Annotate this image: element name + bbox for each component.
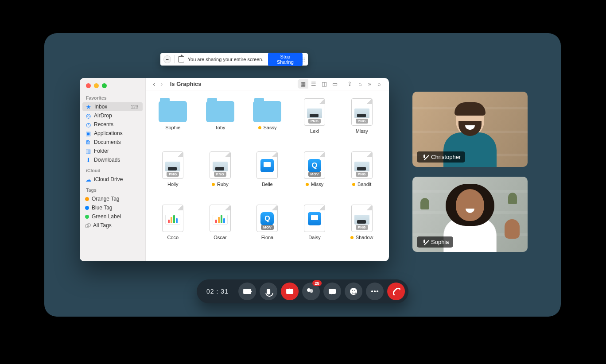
- file-name: Daisy: [308, 235, 321, 240]
- file-item[interactable]: PNGShadow: [338, 205, 385, 258]
- file-name: Toby: [215, 125, 225, 130]
- window-title: Is Graphics: [170, 81, 202, 87]
- file-icon: [256, 151, 278, 179]
- mic-muted-icon: [421, 154, 427, 160]
- screen-share-toolbar: − You are sharing your entire screen. St…: [160, 53, 308, 66]
- file-name: Sassy: [264, 125, 277, 130]
- share-screen-icon: [178, 56, 184, 62]
- file-name: Oscar: [214, 235, 226, 240]
- search-button[interactable]: ⌕: [375, 79, 384, 89]
- sidebar-tag-all[interactable]: All Tags: [80, 221, 145, 230]
- sidebar-item-downloads[interactable]: ⬇ Downloads: [80, 155, 145, 164]
- file-name-row: Oscar: [214, 235, 226, 240]
- share-screen-button[interactable]: [281, 283, 299, 300]
- file-item[interactable]: PNGLexi: [291, 98, 338, 151]
- close-window-button[interactable]: [86, 83, 91, 88]
- view-mode-segment: ▦ ☰ ◫ ▭: [298, 79, 340, 89]
- file-name-row: Toby: [215, 125, 225, 130]
- mic-muted-icon: [421, 239, 427, 245]
- view-list-button[interactable]: ☰: [308, 79, 319, 89]
- more-button[interactable]: »: [365, 79, 374, 89]
- file-item[interactable]: PNGRuby: [197, 151, 244, 205]
- sidebar-item-applications[interactable]: ▣ Applications: [80, 129, 145, 138]
- participant-tile[interactable]: Sophia: [412, 177, 528, 252]
- reactions-button[interactable]: [345, 283, 362, 300]
- tag-button[interactable]: ⌂: [356, 79, 365, 89]
- folder-icon: [206, 101, 234, 122]
- folder-icon: [159, 101, 187, 122]
- finder-file-grid: SophieTobySassyPNGLexiPNGMissyPNGHollyPN…: [146, 90, 389, 261]
- participants-button[interactable]: 25: [302, 283, 320, 300]
- file-name-row: Bandit: [352, 182, 371, 187]
- camera-button[interactable]: [238, 283, 256, 300]
- file-name-row: Coco: [167, 235, 179, 240]
- finder-window: Favorites ★ Inbox 123 ◎ AirDrop ◷ Recent…: [80, 78, 389, 261]
- chat-icon: [329, 289, 336, 294]
- finder-toolbar: ‹ › Is Graphics ▦ ☰ ◫ ▭ ⇪ ⌂ » ⌕: [146, 78, 389, 90]
- download-icon: ⬇: [85, 157, 91, 163]
- sidebar-tag-orange[interactable]: Orange Tag: [80, 194, 145, 203]
- file-name-row: Lexi: [310, 128, 319, 134]
- collapse-button[interactable]: −: [163, 55, 171, 63]
- file-name: Missy: [356, 128, 368, 134]
- tag-dot-icon: [212, 183, 215, 186]
- file-item[interactable]: Toby: [197, 98, 244, 151]
- file-item[interactable]: Oscar: [197, 205, 244, 258]
- hang-up-button[interactable]: [387, 283, 405, 300]
- sidebar-item-label: Blue Tag: [92, 205, 112, 211]
- view-column-button[interactable]: ◫: [319, 79, 330, 89]
- sidebar-item-label: All Tags: [93, 222, 112, 228]
- chat-button[interactable]: [323, 283, 341, 300]
- sidebar-item-label: Applications: [94, 130, 123, 136]
- divider: [174, 55, 175, 63]
- file-item[interactable]: PNGHolly: [149, 151, 197, 205]
- sidebar-item-airdrop[interactable]: ◎ AirDrop: [80, 111, 145, 120]
- file-item[interactable]: QMOVMissy: [291, 151, 338, 205]
- file-icon: [210, 205, 231, 232]
- file-item[interactable]: Sassy: [244, 98, 291, 151]
- sidebar-item-inbox[interactable]: ★ Inbox 123: [82, 102, 143, 111]
- file-item[interactable]: PNGBandit: [338, 151, 385, 205]
- file-name: Missy: [311, 182, 323, 187]
- file-icon: PNG: [210, 151, 231, 179]
- back-button[interactable]: ‹: [151, 80, 157, 89]
- file-name-row: Ruby: [212, 182, 229, 187]
- file-icon: [304, 205, 325, 232]
- sidebar-item-label: iCloud Drive: [94, 176, 123, 182]
- file-item[interactable]: PNGMissy: [338, 98, 385, 151]
- tag-all-icon: [85, 223, 90, 228]
- sidebar-item-documents[interactable]: 🗎 Documents: [80, 138, 145, 147]
- file-name-row: Sophie: [165, 125, 180, 130]
- drag-handle-icon[interactable]: [303, 58, 308, 62]
- file-item[interactable]: QMOVFiona: [244, 205, 291, 258]
- minimize-window-button[interactable]: [94, 83, 99, 88]
- view-gallery-button[interactable]: ▭: [330, 79, 340, 89]
- sidebar-item-folder[interactable]: ▥ Folder: [80, 147, 145, 155]
- sidebar-item-icloud-drive[interactable]: ☁ iCloud Drive: [80, 175, 145, 184]
- sidebar-item-label: Green Label: [92, 213, 121, 220]
- maximize-window-button[interactable]: [102, 83, 107, 88]
- tag-dot-icon: [85, 215, 89, 219]
- file-item[interactable]: Belle: [244, 151, 291, 205]
- mic-button[interactable]: [260, 283, 277, 300]
- view-icon-button[interactable]: ▦: [298, 79, 308, 89]
- file-item[interactable]: Daisy: [291, 205, 338, 258]
- sidebar-item-recents[interactable]: ◷ Recents: [80, 120, 145, 129]
- participant-tiles: Christopher Sophia: [412, 92, 528, 252]
- file-item[interactable]: Coco: [149, 205, 197, 258]
- file-name: Ruby: [217, 182, 229, 187]
- sidebar-tag-blue[interactable]: Blue Tag: [80, 203, 145, 212]
- waving-hand: [505, 219, 520, 239]
- participant-tile[interactable]: Christopher: [412, 92, 528, 167]
- file-item[interactable]: Sophie: [149, 98, 197, 151]
- nav-buttons: ‹ ›: [151, 80, 165, 89]
- sidebar-section-icloud: iCloud: [80, 167, 145, 175]
- sidebar-tag-green[interactable]: Green Label: [80, 212, 145, 221]
- more-options-button[interactable]: [366, 283, 384, 300]
- forward-button[interactable]: ›: [159, 80, 165, 89]
- stop-sharing-button[interactable]: Stop Sharing: [268, 53, 303, 66]
- tag-dot-icon: [85, 197, 89, 201]
- sidebar-item-label: Inbox: [94, 104, 107, 110]
- share-button[interactable]: ⇪: [345, 79, 355, 89]
- sidebar-item-label: Folder: [94, 148, 109, 154]
